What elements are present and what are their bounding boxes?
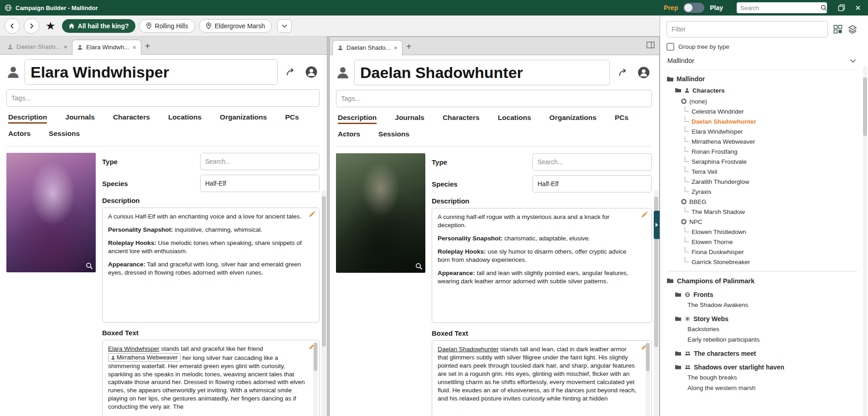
boxed-text-scrollbar[interactable]: ▼ <box>646 342 650 416</box>
tree-item[interactable]: The Marsh Shadow <box>666 207 857 217</box>
portrait-image[interactable] <box>336 153 425 273</box>
tree-item-selected[interactable]: Daelan Shadowhunter <box>666 116 857 126</box>
forward-button[interactable] <box>24 18 39 34</box>
sidebar-scrollbar[interactable] <box>863 66 867 416</box>
tree-item-campaign[interactable]: Mallindor <box>666 74 857 84</box>
species-input[interactable] <box>200 175 320 192</box>
window-restore-button[interactable] <box>836 2 847 13</box>
type-input[interactable] <box>532 153 652 171</box>
close-tab-icon[interactable]: × <box>133 44 136 51</box>
entity-mention-link[interactable]: Elara Windwhisper <box>108 345 160 352</box>
breadcrumb-location-1[interactable]: Rolling Hills <box>139 19 195 33</box>
document-tab-daelan[interactable]: Daelan Shado... × <box>3 39 72 54</box>
breadcrumb-home[interactable]: All hail the king? <box>62 19 135 33</box>
tree-item[interactable]: The bough breaks <box>666 372 857 383</box>
favorite-star-icon[interactable]: ★ <box>46 21 56 31</box>
global-search-input[interactable] <box>740 5 821 11</box>
tree-item[interactable]: Seraphina Frostvale <box>666 156 857 166</box>
tree-item[interactable]: Ronan Frostfang <box>666 146 857 156</box>
back-button[interactable] <box>5 18 20 34</box>
scrollbar-thumb[interactable] <box>322 196 326 347</box>
close-tab-icon[interactable]: × <box>394 44 398 52</box>
breadcrumb-dropdown-button[interactable] <box>277 19 292 33</box>
tree-item[interactable]: Elowen Thistledown <box>666 227 857 237</box>
boxed-text-scrollbar[interactable]: ▼ <box>313 342 318 416</box>
group-tree-checkbox[interactable] <box>666 43 674 51</box>
pane-scrollbar[interactable] <box>321 190 326 416</box>
entity-mention-link[interactable]: Daelan Shadowhunter <box>438 346 499 353</box>
portrait-button[interactable] <box>636 64 652 81</box>
tab-actors[interactable]: Actors <box>338 130 360 140</box>
share-button[interactable] <box>282 64 299 80</box>
tree-item-characters[interactable]: Characters <box>666 85 857 95</box>
entity-title-field[interactable]: Elara Windwhisper <box>25 59 278 85</box>
tab-locations[interactable]: Locations <box>168 113 202 124</box>
tree-section-characters-meet[interactable]: The characters meet <box>666 348 857 359</box>
tree-item[interactable]: Celestria Windrider <box>666 106 857 116</box>
boxed-text-editor[interactable]: Elara Windwhisper stands tall and gracef… <box>102 340 320 416</box>
document-tab-daelan[interactable]: Daelan Shado... × <box>332 40 403 55</box>
edit-icon[interactable] <box>309 211 315 218</box>
sidebar-expander[interactable] <box>654 211 660 239</box>
grid-view-icon[interactable] <box>833 25 842 34</box>
tree-item[interactable]: Zaralith Thunderglow <box>666 177 857 187</box>
tab-organizations[interactable]: Organizations <box>549 114 596 124</box>
tree-group-npc[interactable]: NPC <box>666 217 857 227</box>
tab-characters[interactable]: Characters <box>443 114 480 124</box>
tab-actors[interactable]: Actors <box>8 130 31 140</box>
tree-section-shadows[interactable]: Shadows over starlight haven <box>666 362 857 372</box>
description-editor[interactable]: A cunning half-elf rogue with a mysterio… <box>432 208 652 323</box>
type-input[interactable] <box>200 153 320 170</box>
boxed-text-editor[interactable]: Daelan Shadowhunter stands tall and lean… <box>432 340 652 416</box>
tree-item[interactable]: Early rebellion participants <box>666 334 857 345</box>
edit-icon[interactable] <box>641 211 648 218</box>
tree-item[interactable]: Terra Veil <box>666 166 857 177</box>
scrollbar-thumb[interactable] <box>646 343 650 371</box>
close-tab-icon[interactable]: × <box>64 43 67 51</box>
portrait-button[interactable] <box>303 64 320 80</box>
scrollbar-thumb[interactable] <box>314 343 317 371</box>
tree-section-story-webs[interactable]: Story Webs <box>666 313 857 324</box>
window-close-button[interactable]: ✕ <box>852 2 863 13</box>
layers-view-icon[interactable] <box>848 25 857 34</box>
tab-journals[interactable]: Journals <box>65 113 95 124</box>
tab-description[interactable]: Description <box>338 114 377 124</box>
tab-sessions[interactable]: Sessions <box>378 130 409 140</box>
tree-item[interactable]: Elowen Thorne <box>666 237 857 247</box>
magnifier-icon[interactable] <box>415 263 423 270</box>
new-tab-button[interactable]: + <box>141 41 154 54</box>
tree-item[interactable]: The Shadow Awakens <box>666 300 857 310</box>
description-editor[interactable]: A curious Half-Elf with an enchanting vo… <box>102 208 320 322</box>
tree-group-none[interactable]: (none) <box>666 96 857 106</box>
tab-pcs[interactable]: PCs <box>615 114 628 124</box>
tree-item[interactable]: Elara Windwhisper <box>666 126 857 136</box>
new-tab-button[interactable]: + <box>403 42 415 55</box>
document-tab-elara[interactable]: Elara Windwh... × <box>72 40 141 55</box>
magnifier-icon[interactable] <box>86 262 93 270</box>
share-button[interactable] <box>615 64 631 81</box>
tree-item[interactable]: Backstories <box>666 324 857 334</box>
tab-pcs[interactable]: PCs <box>285 113 299 124</box>
breadcrumb-location-2[interactable]: Eldergrove Marsh <box>199 19 272 33</box>
species-input[interactable] <box>532 175 652 192</box>
global-search-box[interactable] <box>737 2 827 13</box>
tree-item[interactable]: Zyraxis <box>666 187 857 197</box>
tab-locations[interactable]: Locations <box>498 114 531 124</box>
campaign-selector[interactable]: Mallindor <box>666 56 857 70</box>
tab-characters[interactable]: Characters <box>113 113 150 124</box>
scrollbar-thumb[interactable] <box>863 78 867 136</box>
tree-item[interactable]: Garrick Stonebreaker <box>666 257 857 267</box>
tree-section-fronts[interactable]: Fronts <box>666 289 857 300</box>
tab-description[interactable]: Description <box>8 113 47 124</box>
tree-item[interactable]: Along the western marsh <box>666 383 857 393</box>
tab-organizations[interactable]: Organizations <box>220 113 267 124</box>
tab-journals[interactable]: Journals <box>395 114 424 124</box>
tree-item-campaign2[interactable]: Champions of Palinmark <box>666 276 857 286</box>
entity-mention-chip[interactable]: Mirrathena Webweaver <box>108 353 181 362</box>
portrait-image[interactable] <box>6 153 96 272</box>
tags-input[interactable] <box>336 90 652 107</box>
group-tree-toggle[interactable]: Group tree by type <box>666 43 857 51</box>
split-view-icon[interactable] <box>646 42 655 48</box>
tab-sessions[interactable]: Sessions <box>49 130 80 140</box>
filter-input[interactable] <box>666 21 828 37</box>
